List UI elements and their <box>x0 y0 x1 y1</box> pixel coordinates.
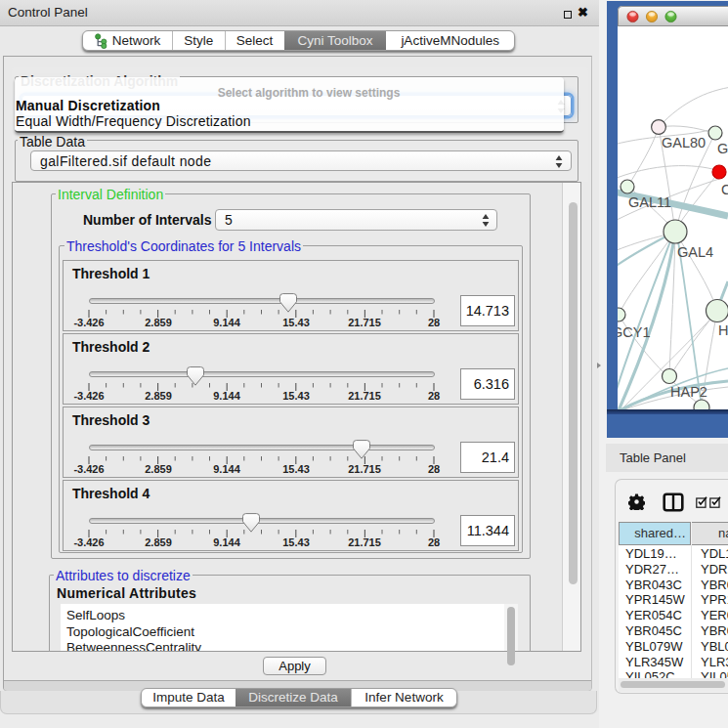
svg-text:GAL4: GAL4 <box>677 244 713 260</box>
svg-text:H: H <box>718 322 728 338</box>
svg-text:GAL80: GAL80 <box>662 135 706 150</box>
svg-text:HAP2: HAP2 <box>670 384 707 400</box>
svg-text:GAL11: GAL11 <box>628 194 671 210</box>
svg-text:GA: GA <box>717 141 728 156</box>
svg-text:C: C <box>721 182 728 197</box>
svg-text:GCY1: GCY1 <box>618 324 651 340</box>
